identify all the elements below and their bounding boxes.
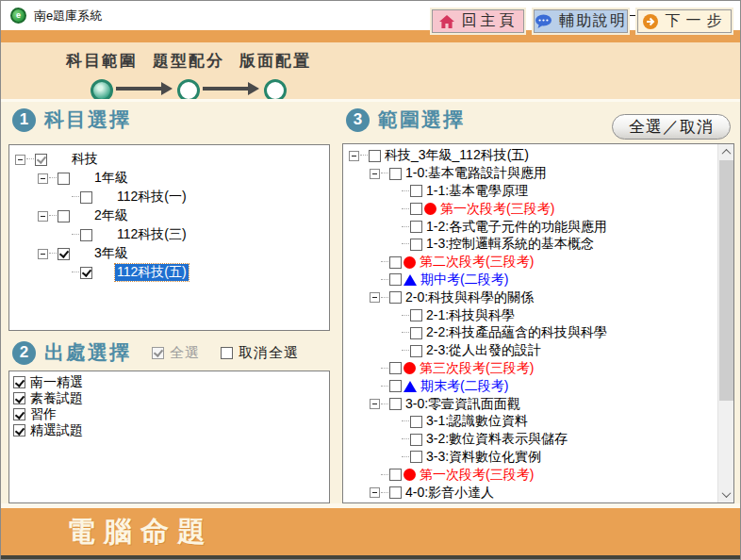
checkbox[interactable] bbox=[80, 267, 92, 279]
tree-item[interactable]: 科技_3年級_112科技(五) bbox=[343, 147, 717, 165]
checkbox[interactable] bbox=[389, 291, 402, 304]
desktop-background-edge bbox=[1, 555, 740, 559]
checkbox[interactable] bbox=[410, 309, 422, 321]
checkbox[interactable] bbox=[369, 150, 381, 162]
scrollbar-thumb[interactable] bbox=[719, 160, 733, 401]
checkbox[interactable] bbox=[410, 221, 422, 233]
select-all-sources[interactable]: 全選 bbox=[152, 344, 200, 362]
checkbox[interactable] bbox=[410, 185, 422, 197]
expand-toggle-icon[interactable] bbox=[370, 399, 380, 409]
tree-connector bbox=[390, 222, 401, 232]
tree-connector bbox=[381, 492, 388, 494]
tree-item[interactable]: 2年級 bbox=[9, 206, 329, 225]
tree-item[interactable]: 112科技(一) bbox=[9, 188, 329, 206]
deselect-all-sources[interactable]: 取消全選 bbox=[221, 344, 299, 362]
tree-item[interactable]: 1年級 bbox=[9, 169, 329, 188]
tree-connector bbox=[72, 234, 79, 236]
source-list-item[interactable]: 素養試題 bbox=[9, 390, 329, 406]
checkbox[interactable] bbox=[58, 210, 70, 222]
tree-item[interactable]: 1-0:基本電路設計與應用 bbox=[343, 165, 717, 183]
home-button[interactable]: 回主頁 bbox=[432, 9, 524, 33]
checkbox[interactable] bbox=[389, 362, 402, 374]
checkbox[interactable] bbox=[13, 424, 25, 436]
tree-item-label: 第一次段考(三段考) bbox=[418, 467, 535, 484]
checkbox[interactable] bbox=[410, 434, 422, 446]
tree-connector bbox=[402, 190, 409, 192]
source-list-item[interactable]: 南一精選 bbox=[9, 374, 329, 390]
vertical-scrollbar[interactable] bbox=[717, 144, 733, 502]
expand-toggle-icon[interactable] bbox=[15, 155, 25, 165]
next-step-button[interactable]: 下一步 bbox=[637, 9, 732, 33]
tree-item[interactable]: 112科技(三) bbox=[9, 225, 329, 244]
tree-item[interactable]: 1-2:各式電子元件的功能與應用 bbox=[343, 218, 717, 236]
tree-connector bbox=[370, 274, 380, 285]
tree-item[interactable]: 3-1:認識數位資料 bbox=[343, 413, 717, 431]
checkbox[interactable] bbox=[389, 273, 402, 286]
tree-item[interactable]: 3-0:零壹資訊面面觀 bbox=[343, 395, 717, 413]
tree-item[interactable]: 第三次段考(三段考) bbox=[343, 360, 717, 378]
source-list-item[interactable]: 習作 bbox=[9, 406, 329, 422]
checkbox[interactable] bbox=[389, 486, 402, 499]
tree-item-label: 3-3:資料數位化實例 bbox=[424, 449, 543, 466]
tree-item[interactable]: 3-2:數位資料表示與儲存 bbox=[343, 431, 717, 449]
checkbox[interactable] bbox=[410, 327, 422, 339]
tree-connector bbox=[402, 332, 409, 334]
checkbox[interactable] bbox=[389, 469, 402, 481]
tree-item[interactable]: 112科技(五) bbox=[9, 263, 329, 282]
checkbox[interactable] bbox=[58, 248, 70, 260]
tree-item[interactable]: 3年級 bbox=[9, 244, 329, 263]
tree-item[interactable]: 2-2:科技產品蘊含的科技與科學 bbox=[343, 324, 717, 342]
scrollbar-up-button[interactable] bbox=[718, 144, 734, 160]
toggle-all-button[interactable]: 全選／取消 bbox=[612, 114, 731, 140]
checkbox[interactable] bbox=[389, 168, 402, 180]
expand-toggle-icon[interactable] bbox=[38, 173, 48, 184]
checkbox[interactable] bbox=[389, 380, 402, 392]
expand-toggle-icon[interactable] bbox=[370, 169, 380, 179]
tree-item[interactable]: 期中考(二段考) bbox=[343, 272, 717, 289]
checkbox[interactable] bbox=[58, 173, 70, 185]
tree-item[interactable]: 1-1:基本電學原理 bbox=[343, 183, 717, 201]
expand-toggle-icon[interactable] bbox=[38, 249, 48, 259]
checkbox[interactable] bbox=[80, 229, 92, 241]
checkbox[interactable] bbox=[410, 239, 422, 251]
tree-item[interactable]: 2-0:科技與科學的關係 bbox=[343, 288, 717, 306]
tree-item[interactable]: 2-1:科技與科學 bbox=[343, 306, 717, 324]
tree-item[interactable]: 期末考(二段考) bbox=[343, 377, 717, 395]
tree-item[interactable]: 1-3:控制邏輯系統的基本概念 bbox=[343, 236, 717, 254]
source-list-item[interactable]: 精選試題 bbox=[9, 422, 329, 438]
checkbox[interactable] bbox=[389, 256, 402, 269]
checkbox[interactable] bbox=[13, 376, 25, 388]
checkbox[interactable] bbox=[13, 408, 25, 420]
expand-toggle-icon[interactable] bbox=[349, 151, 359, 161]
tree-item[interactable]: 2-3:從人出發的設計 bbox=[343, 342, 717, 360]
deselect-all-checkbox[interactable] bbox=[221, 347, 233, 359]
checkbox[interactable] bbox=[410, 451, 422, 463]
expand-toggle-icon[interactable] bbox=[370, 292, 380, 303]
checkbox[interactable] bbox=[410, 345, 422, 357]
section-title: 出處選擇 bbox=[44, 339, 131, 366]
help-button[interactable]: 輔助說明 bbox=[534, 9, 628, 33]
checkbox[interactable] bbox=[410, 203, 422, 215]
checkbox[interactable] bbox=[13, 392, 25, 404]
tree-item[interactable]: 科技 bbox=[9, 150, 329, 169]
tree-item[interactable]: 4-0:影音小達人 bbox=[343, 484, 717, 502]
expand-toggle-icon[interactable] bbox=[370, 487, 380, 498]
scrollbar-down-button[interactable] bbox=[718, 486, 734, 502]
tree-item[interactable]: 3-3:資料數位化實例 bbox=[343, 449, 717, 467]
tree-item[interactable]: 第一次段考(三段考) bbox=[343, 200, 717, 218]
checkbox[interactable] bbox=[410, 416, 422, 428]
select-all-checkbox[interactable] bbox=[152, 347, 164, 359]
expand-toggle-icon[interactable] bbox=[38, 211, 48, 222]
checkbox[interactable] bbox=[35, 154, 47, 166]
help-bubble-icon bbox=[535, 14, 552, 29]
tree-connector bbox=[402, 456, 409, 458]
tree-item[interactable]: 第二次段考(三段考) bbox=[343, 254, 717, 272]
tree-item-label: 112科技(五) bbox=[115, 264, 189, 281]
checkbox[interactable] bbox=[80, 191, 92, 204]
tree-connector bbox=[390, 452, 401, 462]
tree-connector bbox=[381, 173, 388, 174]
section-number-badge: 2 bbox=[12, 341, 36, 365]
tree-item[interactable]: 第一次段考(三段考) bbox=[343, 466, 717, 484]
tree-item-label: 第二次段考(三段考) bbox=[418, 254, 535, 271]
checkbox[interactable] bbox=[389, 398, 402, 410]
